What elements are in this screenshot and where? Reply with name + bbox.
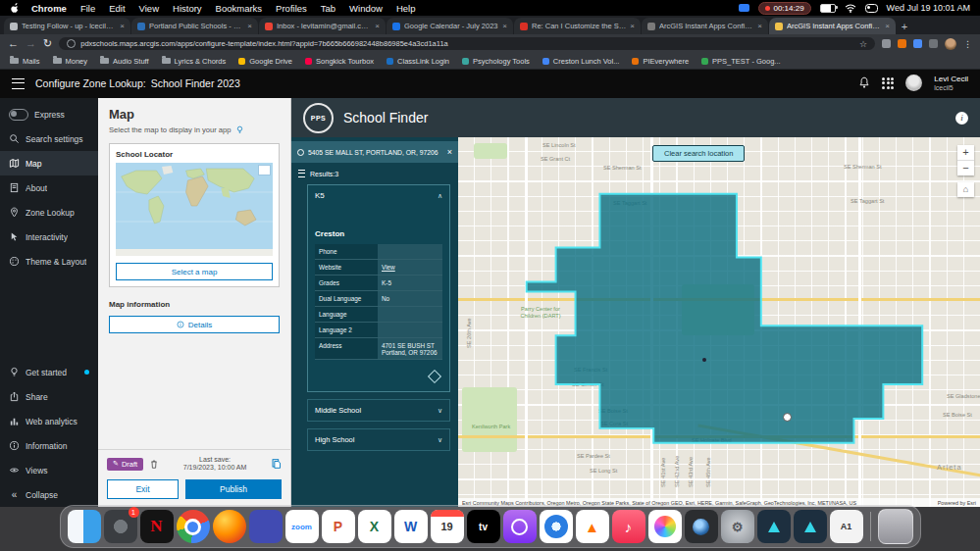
tab-close-icon[interactable] (885, 23, 890, 30)
firefox-dock-icon[interactable] (213, 510, 246, 543)
menu-window[interactable]: Window (342, 3, 389, 14)
menu-history[interactable]: History (166, 3, 209, 14)
display-status-icon[interactable] (739, 4, 749, 12)
browser-tab[interactable]: Google Calendar - July 2023 (387, 18, 513, 34)
a1-app-dock-icon[interactable]: A1 (830, 510, 863, 543)
beacon-app-dock-icon[interactable] (757, 510, 791, 543)
sidebar-item-theme-layout[interactable]: Theme & Layout (0, 249, 98, 274)
bookmark-item[interactable]: Creston Lunch Vol... (542, 57, 620, 66)
tab-close-icon[interactable] (502, 23, 507, 30)
tab-close-icon[interactable] (375, 23, 380, 30)
directions-icon[interactable] (428, 370, 441, 383)
browser-tab[interactable]: Testing Follow - up - lcecil@p... (4, 18, 130, 34)
url-text[interactable]: pdxschools.maps.arcgis.com/apps/configur… (80, 39, 854, 48)
toggle-switch-icon[interactable] (9, 109, 28, 121)
exit-button[interactable]: Exit (107, 479, 179, 499)
bookmark-item[interactable]: Songkick Tourbox (305, 57, 374, 66)
menu-help[interactable]: Help (389, 3, 423, 14)
sidebar-item-about[interactable]: About (0, 175, 98, 200)
user-avatar[interactable] (905, 75, 922, 91)
school-location-marker[interactable] (783, 413, 792, 422)
browser-tab[interactable]: ArcGIS Instant Apps Configura... (642, 18, 768, 34)
extension-icon[interactable] (913, 39, 922, 48)
bookmark-item[interactable]: ClassLink Login (387, 57, 449, 66)
chrome-dock-icon[interactable] (177, 510, 210, 543)
user-info[interactable]: Levi Cecil lcecil5 (934, 75, 968, 91)
back-button[interactable] (8, 38, 19, 49)
app-launcher-grid-icon[interactable] (882, 77, 894, 89)
delete-trash-icon[interactable] (149, 459, 159, 470)
zoom-out-button[interactable] (957, 160, 974, 175)
bookmark-folder[interactable]: Mails (10, 57, 40, 66)
menu-bar-clock[interactable]: Wed Jul 19 10:01 AM (887, 3, 970, 13)
app-info-icon[interactable]: i (955, 112, 968, 125)
browser-profile-avatar[interactable] (945, 38, 956, 50)
sidebar-item-get-started[interactable]: Get started (0, 360, 98, 384)
search-location-chip[interactable]: 5405 SE MALL ST, PORTLAND, OR, 97206 (291, 141, 458, 163)
reload-button[interactable] (43, 38, 52, 49)
menu-chrome[interactable]: Chrome (25, 3, 74, 14)
sidebar-item-map[interactable]: Map (0, 151, 98, 175)
select-a-map-button[interactable]: Select a map (116, 263, 273, 280)
browser-tab[interactable]: Re: Can I Customize the Schoo... (514, 18, 641, 34)
bookmark-folder[interactable]: Money (53, 57, 88, 66)
system-settings-dock-icon[interactable] (721, 510, 754, 543)
sidebar-item-share[interactable]: Share (0, 384, 98, 409)
extensions-puzzle-icon[interactable] (929, 39, 938, 48)
sidebar-item-views[interactable]: Views (0, 458, 98, 482)
address-bar[interactable]: pdxschools.maps.arcgis.com/apps/configur… (59, 37, 875, 50)
menu-file[interactable]: File (74, 3, 102, 14)
clear-search-location-button[interactable]: Clear search location (652, 145, 745, 162)
sidebar-item-information[interactable]: Information (0, 433, 98, 458)
browser-tab[interactable]: Inbox - levitamin@gmail.com... (259, 18, 386, 34)
details-button[interactable]: Details (109, 316, 280, 333)
photo-booth-dock-icon[interactable] (685, 510, 718, 543)
notifications-bell-icon[interactable] (858, 76, 870, 89)
apple-music-dock-icon[interactable] (612, 510, 645, 543)
wifi-icon[interactable] (845, 4, 856, 13)
menu-bookmarks[interactable]: Bookmarks (209, 3, 270, 14)
screen-recording-timer[interactable]: 00:14:29 (758, 2, 810, 15)
bookmark-item[interactable]: Google Drive (238, 57, 292, 66)
sidebar-item-interactivity[interactable]: Interactivity (0, 225, 98, 249)
publish-button[interactable]: Publish (185, 479, 282, 499)
map-canvas[interactable]: SE Lincoln St SE Grant Ct SE Sherman St … (458, 137, 980, 507)
launchpad-dock-icon[interactable]: 1 (104, 510, 137, 543)
finder-dock-icon[interactable] (68, 510, 101, 543)
netflix-dock-icon[interactable]: N (140, 510, 174, 543)
webmap-thumbnail[interactable] (116, 163, 273, 256)
zoom-in-button[interactable] (957, 145, 974, 160)
tab-close-icon[interactable] (120, 23, 125, 30)
extension-icon[interactable] (882, 39, 891, 48)
express-toggle[interactable]: Express (0, 102, 98, 126)
site-info-icon[interactable] (67, 39, 76, 48)
excel-dock-icon[interactable]: X (358, 510, 391, 543)
calendar-dock-icon[interactable]: 19 (431, 510, 464, 543)
sidebar-item-collapse[interactable]: Collapse (0, 482, 98, 507)
photos-dock-icon[interactable] (648, 510, 682, 543)
duplicate-doc-icon[interactable] (271, 458, 282, 470)
bookmark-folder[interactable]: Lyrics & Chords (162, 57, 227, 66)
bookmark-folder[interactable]: Audio Stuff (100, 57, 149, 66)
sidebar-item-search-settings[interactable]: Search settings (0, 126, 98, 151)
vlc-dock-icon[interactable] (576, 510, 609, 543)
browser-menu-icon[interactable] (963, 39, 972, 49)
control-center-icon[interactable] (865, 4, 878, 13)
powerpoint-dock-icon[interactable]: P (322, 510, 355, 543)
word-dock-icon[interactable]: W (394, 510, 428, 543)
menu-profiles[interactable]: Profiles (269, 3, 314, 14)
bookmark-star-icon[interactable] (859, 39, 867, 49)
website-view-link[interactable]: View (378, 260, 442, 275)
menu-view[interactable]: View (132, 3, 166, 14)
apple-logo-icon[interactable] (10, 3, 21, 14)
office-app-dock-icon[interactable] (249, 510, 283, 543)
sidebar-item-zone-lookup[interactable]: Zone Lookup (0, 200, 98, 225)
extension-icon[interactable] (898, 39, 906, 48)
safari-dock-icon[interactable] (540, 510, 573, 543)
high-school-accordion[interactable]: High School (307, 428, 450, 451)
home-extent-button[interactable] (957, 182, 974, 197)
hamburger-menu-icon[interactable] (12, 78, 25, 89)
menu-tab[interactable]: Tab (314, 3, 342, 14)
new-tab-button[interactable] (897, 19, 912, 34)
sidebar-item-web-analytics[interactable]: Web analytics (0, 409, 98, 433)
